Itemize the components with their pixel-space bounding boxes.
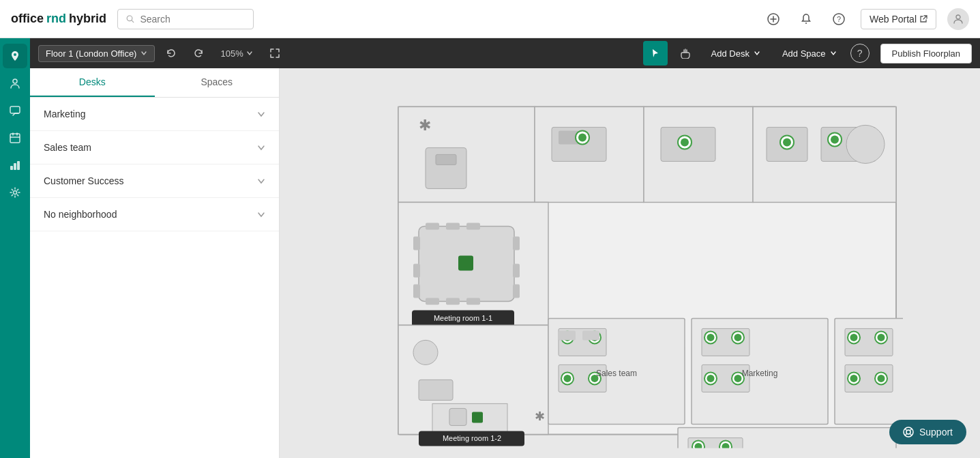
top-navbar: officernd hybrid ? Web Portal [0, 0, 980, 38]
svg-point-100 [877, 333, 885, 341]
chevron-down-icon [140, 50, 147, 57]
publish-floorplan-button[interactable]: Publish Floorplan [880, 44, 972, 63]
svg-rect-46 [466, 223, 480, 229]
add-space-label: Add Space [782, 48, 826, 59]
panel-tabs: Desks Spaces [30, 68, 279, 98]
web-portal-button[interactable]: Web Portal [861, 9, 936, 29]
svg-rect-17 [14, 163, 16, 170]
svg-rect-44 [426, 223, 439, 229]
svg-point-105 [877, 374, 885, 382]
svg-rect-63 [449, 408, 466, 425]
tab-spaces[interactable]: Spaces [155, 68, 280, 97]
svg-rect-56 [458, 255, 473, 270]
add-space-button[interactable]: Add Space [774, 44, 845, 63]
support-button[interactable]: Support [889, 420, 966, 444]
panel-item-label-marketing: Marketing [44, 109, 85, 119]
svg-text:Meeting room 1-2: Meeting room 1-2 [442, 434, 501, 442]
svg-line-135 [910, 429, 912, 431]
help-toolbar-button[interactable]: ? [850, 44, 870, 63]
svg-rect-61 [419, 380, 453, 400]
floor-selector[interactable]: Floor 1 (London Office) [38, 45, 155, 62]
panel-item-label-sales-team: Sales team [44, 142, 91, 153]
svg-point-33 [681, 138, 689, 146]
panel-item-customer-success[interactable]: Customer Success [30, 164, 279, 198]
svg-point-86 [707, 333, 714, 341]
sidebar-item-chat[interactable] [3, 98, 27, 123]
svg-point-40 [831, 135, 839, 143]
svg-point-41 [846, 125, 885, 163]
svg-line-1 [132, 20, 134, 22]
zoom-selector[interactable]: 105% [215, 46, 258, 61]
svg-point-91 [707, 374, 714, 382]
svg-point-60 [413, 340, 438, 364]
svg-text:Marketing: Marketing [741, 369, 777, 378]
sidebar-item-location[interactable] [3, 44, 27, 68]
svg-rect-23 [426, 147, 466, 188]
floorplan-canvas[interactable]: ✱ [280, 68, 980, 458]
floor-label: Floor 1 (London Office) [46, 48, 136, 59]
main-layout: Floor 1 (London Office) 105% [0, 38, 980, 458]
select-tool-button[interactable] [643, 41, 668, 66]
svg-point-79 [563, 374, 571, 382]
svg-rect-73 [559, 330, 576, 340]
nav-icons: ? Web Portal [762, 8, 969, 30]
svg-rect-11 [10, 106, 20, 113]
search-icon [126, 14, 134, 24]
redo-button[interactable] [188, 45, 209, 61]
pan-tool-button[interactable] [673, 41, 698, 66]
external-link-icon [919, 15, 927, 23]
sidebar-item-people[interactable] [3, 71, 27, 96]
add-desk-label: Add Desk [711, 48, 749, 59]
app-logo: officernd hybrid [11, 12, 106, 26]
user-avatar[interactable] [947, 8, 969, 30]
svg-line-136 [905, 434, 907, 436]
svg-rect-52 [413, 284, 420, 298]
svg-rect-64 [472, 412, 483, 423]
chevron-down-icon-customer-success [257, 177, 265, 185]
svg-line-134 [905, 429, 907, 431]
svg-point-19 [14, 191, 17, 195]
svg-rect-48 [446, 298, 460, 304]
svg-rect-12 [10, 134, 20, 143]
search-box[interactable] [117, 9, 254, 29]
svg-point-37 [783, 138, 791, 146]
panel-item-sales-team[interactable]: Sales team [30, 131, 279, 164]
fullscreen-button[interactable] [264, 45, 286, 61]
sidebar-icons [0, 38, 30, 458]
logo-office: office [11, 12, 44, 26]
sidebar-item-calendar[interactable] [3, 126, 27, 150]
svg-point-133 [906, 430, 910, 434]
svg-point-9 [14, 53, 16, 56]
svg-rect-24 [436, 154, 456, 164]
sidebar-item-settings[interactable] [3, 180, 27, 205]
logo-hybrid: hybrid [69, 12, 106, 26]
sidebar-item-analytics[interactable] [3, 153, 27, 177]
svg-point-29 [578, 133, 586, 141]
chevron-down-icon-no-neighborhood [257, 210, 265, 218]
tab-desks[interactable]: Desks [30, 68, 155, 97]
svg-rect-18 [17, 161, 20, 170]
add-button[interactable] [762, 8, 784, 30]
floorplan-svg: ✱ [357, 93, 903, 448]
left-panel: Desks Spaces Marketing Sales team Custom… [30, 68, 280, 458]
notification-bell-icon[interactable] [795, 8, 817, 30]
svg-line-137 [910, 434, 912, 436]
panel-item-marketing[interactable]: Marketing [30, 98, 279, 131]
svg-rect-62 [432, 403, 507, 432]
zoom-label: 105% [220, 48, 243, 59]
svg-rect-16 [10, 166, 13, 170]
panel-item-no-neighborhood[interactable]: No neighborhood [30, 198, 279, 231]
svg-rect-54 [513, 263, 520, 277]
svg-text:✱: ✱ [535, 410, 545, 423]
logo-rnd: rnd [46, 12, 66, 26]
help-icon[interactable]: ? [828, 8, 850, 30]
svg-rect-51 [413, 263, 420, 277]
web-portal-label: Web Portal [870, 14, 917, 25]
svg-rect-49 [466, 298, 480, 304]
svg-rect-53 [513, 236, 520, 250]
search-input[interactable] [140, 14, 245, 25]
svg-point-8 [956, 15, 960, 19]
add-desk-button[interactable]: Add Desk [703, 44, 769, 63]
floorplan-toolbar: Floor 1 (London Office) 105% [30, 38, 980, 68]
undo-button[interactable] [160, 45, 182, 61]
